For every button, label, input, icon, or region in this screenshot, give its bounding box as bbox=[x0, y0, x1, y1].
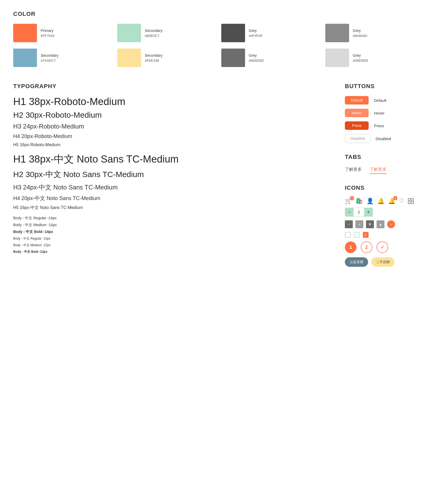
step-1-circle[interactable]: 1 bbox=[345, 241, 356, 253]
body-bold-12: Body - 中文 Bold -12px bbox=[13, 250, 329, 254]
color-swatch-grey-medium bbox=[221, 49, 245, 67]
color-hex-secondary-yellow: #FEE199 bbox=[145, 59, 162, 63]
typo-h4-noto: H4 20px-中文 Noto Sans TC-Medium bbox=[13, 195, 329, 202]
color-swatch-grey-mid bbox=[325, 24, 349, 42]
typo-h3-noto: H3 24px-中文 Noto Sans TC-Medium bbox=[13, 183, 329, 192]
checkbox-checked-outline[interactable]: ✓ bbox=[354, 232, 360, 238]
body-med-14: Body - 中文 Medium -14px bbox=[13, 223, 329, 227]
typography-section: TYPOGRAPHY H1 38px-Roboto-Medium H2 30px… bbox=[13, 83, 329, 254]
typo-h1-noto: H1 38px-中文 Noto Sans TC-Medium bbox=[13, 153, 329, 166]
button-row-default: Default Default bbox=[345, 96, 419, 104]
tab-item-inactive[interactable]: 了解更多 bbox=[345, 167, 362, 174]
user-icon[interactable]: 👤 bbox=[367, 198, 374, 205]
stepper-minus-button[interactable]: − bbox=[345, 208, 354, 216]
right-panel: BUTTONS Default Default Hover Hover Pres… bbox=[345, 83, 419, 267]
icons-section: ICONS 🛒 0 🛍️ 👤 🔔 🔔 4 ♡ bbox=[345, 184, 419, 267]
step-done-circle[interactable]: ✓ bbox=[377, 241, 388, 253]
grid-icon[interactable] bbox=[408, 198, 414, 204]
bell-badge-icon[interactable]: 🔔 4 bbox=[388, 198, 395, 205]
typo-h2-noto: H2 30px-中文 Noto Sans TC-Medium bbox=[13, 169, 329, 180]
body-bold-14: Body - 中文 Bold -14px bbox=[13, 230, 329, 234]
checkboxes-row: ✓ ✓ bbox=[345, 232, 419, 238]
main-layout: TYPOGRAPHY H1 38px-Roboto-Medium H2 30px… bbox=[13, 83, 419, 267]
color-hex-grey-medium: #6D6D6D bbox=[249, 59, 264, 63]
svg-rect-1 bbox=[411, 198, 414, 201]
color-hex-secondary-green: #B0E0C7 bbox=[145, 34, 162, 38]
color-name-grey-medium: Grey bbox=[249, 53, 264, 58]
tabs-section: TABS 了解更多 了解更多 bbox=[345, 154, 419, 174]
color-swatch-grey-light bbox=[325, 49, 349, 67]
color-swatch-primary bbox=[13, 24, 37, 42]
checkbox-empty[interactable] bbox=[345, 232, 351, 238]
color-item-grey-dark: Grey #4F4F4F bbox=[221, 24, 315, 42]
quantity-stepper: − 2 + bbox=[345, 208, 373, 217]
color-name-grey-light: Grey bbox=[353, 53, 368, 58]
arrow-up-btn[interactable]: ▲ bbox=[377, 220, 384, 228]
svg-rect-2 bbox=[408, 202, 410, 204]
stepper-plus-button[interactable]: + bbox=[364, 208, 373, 216]
color-item-primary: Primary #FF7043 bbox=[13, 24, 107, 42]
typo-h3-roboto: H3 24px-Roboto-Medium bbox=[13, 123, 329, 130]
heart-icon[interactable]: ♡ bbox=[399, 198, 404, 205]
action-btn-donate[interactable]: 二手捐贈 bbox=[371, 257, 395, 267]
color-swatch-secondary-green bbox=[117, 24, 141, 42]
typography-title: TYPOGRAPHY bbox=[13, 83, 329, 90]
typo-h4-roboto: H4 20px-Roboto-Medium bbox=[13, 133, 329, 139]
color-item-grey-mid: Grey #8A8A8A bbox=[325, 24, 419, 42]
icons-title: ICONS bbox=[345, 184, 419, 191]
left-panel: TYPOGRAPHY H1 38px-Roboto-Medium H2 30px… bbox=[13, 83, 329, 267]
buttons-section: BUTTONS Default Default Hover Hover Pres… bbox=[345, 83, 419, 143]
bell-icon[interactable]: 🔔 bbox=[377, 198, 384, 205]
color-name-grey-dark: Grey bbox=[249, 28, 263, 33]
stepper-value: 2 bbox=[354, 208, 364, 216]
bell-badge-count: 4 bbox=[393, 196, 397, 200]
color-item-grey-light: Grey #D9D9D9 bbox=[325, 49, 419, 67]
steps-row: 1 2 ✓ bbox=[345, 241, 419, 253]
typo-h5-noto: H5 16px-中文 Noto Sans TC-Medium bbox=[13, 205, 329, 211]
color-name-secondary-green: Secondary bbox=[145, 28, 162, 33]
typo-h5-roboto: H5 16px-Roboto-Medium bbox=[13, 142, 329, 147]
button-press-label: Press bbox=[374, 123, 384, 128]
step-2-circle[interactable]: 2 bbox=[361, 241, 372, 253]
button-disabled-label: Disabled bbox=[375, 136, 391, 141]
color-section: COLOR Primary #FF7043 Secondary #B0E0C7 … bbox=[13, 11, 419, 67]
body-reg-12: Body - 中文 Regular -12px bbox=[13, 236, 329, 241]
typo-h2-roboto: H2 30px-Roboto-Medium bbox=[13, 111, 329, 120]
color-swatch-secondary-blue bbox=[13, 49, 37, 67]
color-item-secondary-yellow: Secondary #FEE199 bbox=[117, 49, 211, 67]
color-swatch-secondary-yellow bbox=[117, 49, 141, 67]
color-name-primary: Primary bbox=[41, 28, 54, 33]
cart-badge-count: 0 bbox=[350, 196, 354, 200]
color-hex-primary: #FF7043 bbox=[41, 34, 54, 38]
color-title: COLOR bbox=[13, 11, 419, 17]
button-default[interactable]: Default bbox=[345, 96, 369, 104]
color-hex-grey-light: #D9D9D9 bbox=[353, 59, 368, 63]
svg-rect-0 bbox=[408, 198, 410, 201]
body-med-12: Body - 中文 Medium -12px bbox=[13, 243, 329, 248]
plus-icon-btn[interactable]: + bbox=[355, 220, 363, 228]
color-item-secondary-green: Secondary #B0E0C7 bbox=[117, 24, 211, 42]
tabs-title: TABS bbox=[345, 154, 419, 160]
action-btn-buy[interactable]: 公益直購 bbox=[345, 257, 368, 267]
color-item-secondary-blue: Secondary #7AAEC7 bbox=[13, 49, 107, 67]
button-hover[interactable]: Hover bbox=[345, 109, 369, 117]
tab-item-active[interactable]: 了解更多 bbox=[370, 167, 387, 174]
button-row-hover: Hover Hover bbox=[345, 109, 419, 117]
cart-badge-icon[interactable]: 🛒 0 bbox=[345, 198, 352, 205]
arrow-right-btn[interactable]: → bbox=[387, 220, 395, 228]
button-row-press: Press Press bbox=[345, 121, 419, 130]
color-item-grey-medium: Grey #6D6D6D bbox=[221, 49, 315, 67]
button-default-label: Default bbox=[374, 98, 387, 103]
button-disabled: Disabled bbox=[345, 134, 370, 143]
bag-icon[interactable]: 🛍️ bbox=[356, 198, 363, 205]
body-reg-14: Body - 中文 Regular -14px bbox=[13, 216, 329, 221]
color-hex-grey-dark: #4F4F4F bbox=[249, 34, 263, 38]
action-btns-row: 公益直購 二手捐贈 bbox=[345, 257, 419, 267]
arrow-down-btn[interactable]: ▼ bbox=[366, 220, 374, 228]
button-press[interactable]: Press bbox=[345, 121, 369, 130]
button-row-disabled: Disabled Disabled bbox=[345, 134, 419, 143]
checkbox-checked-filled[interactable]: ✓ bbox=[363, 232, 369, 238]
svg-rect-3 bbox=[411, 202, 414, 204]
minus-icon-btn[interactable]: − bbox=[345, 220, 353, 228]
tabs-row: 了解更多 了解更多 bbox=[345, 167, 419, 174]
